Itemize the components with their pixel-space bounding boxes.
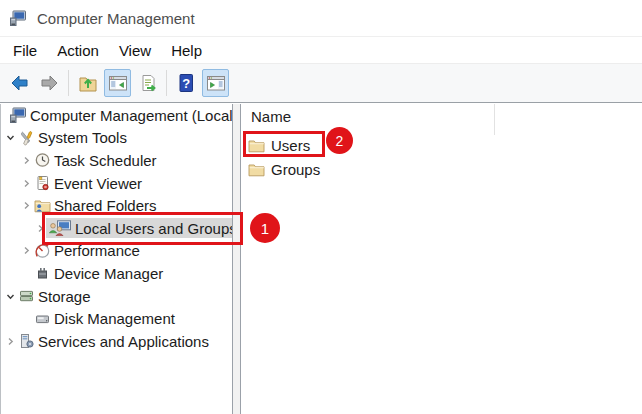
- up-one-level-button[interactable]: [74, 69, 101, 97]
- show-console-tree-button[interactable]: [104, 69, 131, 97]
- forward-button[interactable]: [36, 69, 63, 97]
- tree-item-label: Computer Management (Local): [30, 107, 233, 124]
- tree-item-body[interactable]: Storage: [16, 286, 91, 306]
- system-tools-icon: [18, 130, 35, 146]
- tree-item-computer-management-local[interactable]: Computer Management (Local): [1, 104, 232, 127]
- help-button[interactable]: ?: [172, 69, 199, 97]
- title-bar: Computer Management: [0, 0, 642, 37]
- tree-item-body[interactable]: Computer Management (Local): [7, 105, 233, 125]
- tree-item-services-and-applications[interactable]: Services and Applications: [1, 330, 232, 353]
- menu-file[interactable]: File: [3, 39, 47, 62]
- tree-item-body[interactable]: Event Viewer: [32, 173, 142, 193]
- tree-item-label: System Tools: [38, 129, 127, 146]
- chevron-collapsed-icon[interactable]: [21, 200, 32, 211]
- list-item-label: Groups: [271, 161, 320, 178]
- menu-bar: FileActionViewHelp: [0, 37, 642, 63]
- tree-item-storage[interactable]: Storage: [1, 285, 232, 308]
- chevron-expanded-icon[interactable]: [5, 291, 16, 302]
- back-button[interactable]: [6, 69, 33, 97]
- list-item-groups[interactable]: Groups: [241, 157, 320, 181]
- tree-item-body[interactable]: Disk Management: [32, 309, 175, 329]
- pane-splitter[interactable]: [233, 104, 240, 414]
- console-tree-icon: [108, 73, 128, 93]
- menu-help[interactable]: Help: [161, 39, 212, 62]
- back-arrow-icon: [9, 73, 30, 93]
- folder-icon: [248, 162, 265, 177]
- folder-up-icon: [78, 73, 98, 93]
- annotation-box-local-users-and-groups: [42, 212, 243, 245]
- tree-item-label: Disk Management: [54, 310, 175, 327]
- tree-item-disk-management[interactable]: Disk Management: [1, 307, 232, 330]
- show-action-pane-button[interactable]: [202, 69, 229, 97]
- computer-management-icon: [9, 106, 27, 124]
- annotation-step-1-badge: 1: [250, 213, 280, 243]
- chevron-collapsed-icon[interactable]: [5, 336, 16, 347]
- annotation-step-2-badge: 2: [326, 127, 353, 154]
- device-manager-icon: [34, 265, 51, 281]
- annotation-step-2-number: 2: [336, 133, 344, 149]
- shared-folders-icon: [34, 198, 51, 213]
- computer-management-icon: [9, 9, 27, 27]
- window-title: Computer Management: [37, 10, 195, 27]
- column-header-name[interactable]: Name: [251, 108, 291, 125]
- tree-item-label: Device Manager: [54, 265, 163, 282]
- tree-item-system-tools[interactable]: System Tools: [1, 127, 232, 150]
- computer-management-window: Computer Management FileActionViewHelp ?…: [0, 0, 642, 414]
- menu-action[interactable]: Action: [47, 39, 109, 62]
- tree-item-label: Event Viewer: [54, 175, 142, 192]
- export-list-button[interactable]: [134, 69, 161, 97]
- console-tree-pane: Computer Management (Local)System ToolsT…: [0, 104, 233, 414]
- menu-view[interactable]: View: [109, 39, 161, 62]
- chevron-collapsed-icon[interactable]: [21, 178, 32, 189]
- annotation-box-users: [243, 131, 325, 157]
- column-divider[interactable]: [494, 104, 495, 135]
- help-icon: ?: [176, 73, 196, 93]
- services-applications-icon: [18, 333, 35, 349]
- toolbar-separator: [166, 70, 167, 96]
- tree-item-task-scheduler[interactable]: Task Scheduler: [1, 149, 232, 172]
- tree-item-label: Services and Applications: [38, 333, 209, 350]
- annotation-step-1-number: 1: [261, 220, 269, 237]
- chevron-collapsed-icon[interactable]: [21, 155, 32, 166]
- storage-icon: [18, 288, 35, 304]
- chevron-collapsed-icon[interactable]: [21, 245, 32, 256]
- toolbar: ?: [0, 63, 642, 103]
- tree-item-label: Storage: [38, 288, 91, 305]
- tree-item-body[interactable]: System Tools: [16, 128, 127, 148]
- action-pane-icon: [206, 73, 226, 93]
- tree-item-device-manager[interactable]: Device Manager: [1, 262, 232, 285]
- event-viewer-icon: [34, 175, 51, 191]
- tree-item-body[interactable]: Task Scheduler: [32, 150, 157, 170]
- chevron-expanded-icon[interactable]: [5, 132, 16, 143]
- chevron-spacer: [21, 268, 32, 279]
- export-list-icon: [138, 73, 158, 93]
- disk-management-icon: [34, 311, 51, 327]
- task-scheduler-icon: [34, 152, 51, 168]
- tree-item-body[interactable]: Services and Applications: [16, 331, 209, 351]
- tree-item-label: Task Scheduler: [54, 152, 157, 169]
- performance-icon: [34, 243, 51, 259]
- chevron-spacer: [21, 313, 32, 324]
- svg-text:?: ?: [182, 76, 190, 91]
- forward-arrow-icon: [39, 73, 60, 93]
- tree-item-event-viewer[interactable]: Event Viewer: [1, 172, 232, 195]
- toolbar-separator: [68, 70, 69, 96]
- tree-item-body[interactable]: Device Manager: [32, 263, 163, 283]
